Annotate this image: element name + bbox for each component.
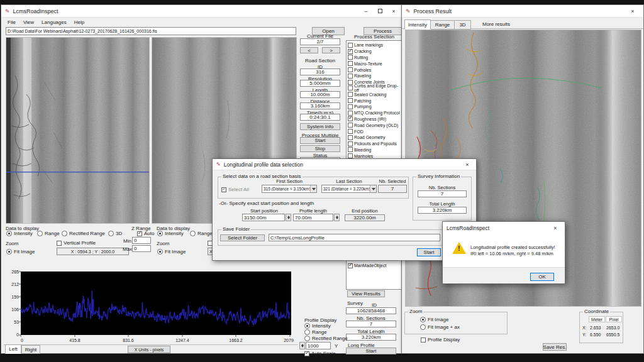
menu-view[interactable]: View (19, 19, 38, 26)
checkbox (421, 337, 426, 343)
close-button[interactable]: × (387, 6, 401, 16)
display-left-intensity[interactable]: Intensity (6, 231, 33, 236)
dialog-start-button[interactable]: Start (417, 248, 441, 256)
checkbox (348, 49, 353, 54)
menu-languages[interactable]: Languages (38, 19, 70, 26)
start-position-spinner[interactable] (286, 214, 291, 221)
process-item[interactable]: Rutting (347, 55, 402, 61)
menu-help[interactable]: Help (70, 19, 88, 26)
profile-spinner[interactable] (299, 342, 305, 349)
minimize-button[interactable]: – (359, 6, 373, 16)
view-results-button[interactable]: View Results (347, 290, 385, 297)
process-multiple-start-button[interactable]: Start (300, 137, 340, 144)
tab-range[interactable]: Range (431, 20, 455, 30)
process-item[interactable]: Cracking (347, 48, 402, 55)
checkbox (137, 231, 142, 236)
display-right-intensity[interactable]: Intensity (157, 231, 184, 236)
profile-display-intensity[interactable]: Intensity (304, 323, 331, 329)
checkbox (348, 74, 353, 79)
process-item[interactable]: Lane markings (347, 42, 402, 48)
ok-button[interactable]: OK (530, 273, 554, 281)
z-min-input[interactable]: 0 (132, 237, 151, 244)
profile-length-input[interactable]: 70.00m (293, 214, 333, 221)
process-item[interactable]: Macro-Texture (347, 60, 402, 67)
display-left-range[interactable]: Range (37, 231, 60, 236)
road-image-left[interactable] (6, 37, 150, 224)
process-item[interactable]: Road Geometry (OLD) (347, 122, 402, 128)
select-all-checkbox[interactable]: Select All (221, 187, 249, 192)
result-fit-image-ax[interactable]: Fit Image + ax (420, 324, 460, 330)
time-value: 0:24:30.1 (300, 114, 340, 121)
checkbox (348, 123, 353, 128)
process-item[interactable]: Bleeding (347, 147, 402, 153)
save-path-input[interactable]: C:\Temp\LcmsLongProfile (269, 234, 440, 241)
profile-length-spinner[interactable] (334, 214, 340, 221)
display-left-rectified[interactable]: Rectified Range (62, 231, 105, 236)
tab-3d[interactable]: 3D (455, 20, 471, 30)
tab-left[interactable]: Left (5, 344, 21, 354)
process-item[interactable]: Curbs and Edge Drop-off (347, 85, 402, 92)
result-profile-display-checkbox[interactable]: Profile Display (421, 337, 460, 343)
svg-text:0: 0 (21, 338, 23, 343)
main-window-title: LcmsRoadInspect (13, 8, 58, 14)
checkbox (348, 98, 353, 103)
save-results-button[interactable]: Save Res. (543, 343, 567, 351)
process-result-title: Process Result (414, 8, 452, 14)
close-button[interactable]: × (462, 160, 472, 169)
process-item[interactable]: Roughness (IRI) (347, 116, 402, 123)
auto-scale-checkbox[interactable]: Auto Scale (304, 351, 336, 356)
nb-sections-value: 7 (346, 321, 396, 327)
long-profile-start-button[interactable]: Start (346, 348, 396, 354)
process-multiple-stop-button[interactable]: Stop (300, 145, 340, 152)
dialog-title: Longitudinal profile data selection (224, 162, 303, 168)
process-item[interactable]: Potholes (347, 67, 402, 73)
radio (304, 323, 310, 329)
tab-intensity[interactable]: Intensity (404, 19, 431, 30)
process-item[interactable]: FOD (347, 128, 402, 134)
prev-file-button[interactable]: < (300, 47, 318, 53)
process-item[interactable]: Patching (347, 97, 402, 104)
plot-area (21, 272, 291, 335)
maximize-button[interactable] (373, 6, 387, 16)
profile-display-rectified[interactable]: Rectified Range (304, 336, 348, 341)
close-button[interactable]: × (550, 223, 561, 233)
warning-icon (452, 242, 466, 254)
checkbox (348, 92, 353, 97)
first-section-combo[interactable]: 315 (Distance = 3.150km) (262, 185, 317, 193)
x-units-button[interactable]: X Units - pixels (128, 346, 170, 353)
coordinate-col-meter: Meter (589, 316, 605, 322)
process-item[interactable]: Raveling (347, 73, 402, 79)
start-position-input[interactable]: 3150.00m (242, 214, 285, 221)
profile-value-input[interactable]: 1000 (306, 342, 331, 349)
display-left-3d[interactable]: 3D (108, 231, 122, 236)
fit-image-left[interactable]: Fit Image (6, 249, 35, 255)
checkbox (348, 135, 353, 140)
select-folder-button[interactable]: Select Folder (220, 234, 265, 241)
process-item[interactable]: Pickouts and Popouts (347, 141, 402, 147)
svg-text:159: 159 (11, 295, 19, 299)
process-item-manmade[interactable]: ManMadeObject (347, 263, 402, 269)
svg-text:415.8: 415.8 (69, 338, 80, 343)
or-specify-label: -Or- Specify exact start position and le… (219, 200, 314, 206)
file-path-input[interactable]: D:\Road Data\For Webinars\Asphalt\12-027… (6, 27, 296, 35)
z-range-auto[interactable]: Auto (137, 231, 154, 236)
process-item[interactable]: MTQ Cracking Protocol (347, 110, 402, 116)
profile-display-range[interactable]: Range (304, 329, 327, 335)
tab-right[interactable]: Right (21, 345, 40, 354)
menu-file[interactable]: File (4, 19, 19, 26)
z-max-input[interactable]: 0 (132, 245, 151, 252)
display-right-range[interactable]: Range (190, 231, 213, 236)
vertical-profile-left[interactable]: Vertical Profile (57, 240, 96, 246)
process-item[interactable]: Pumping (347, 104, 402, 110)
fit-image-right[interactable]: Fit Image (157, 249, 186, 255)
checkbox (348, 67, 353, 72)
more-results-menu[interactable]: More results (482, 21, 510, 27)
last-section-combo[interactable]: 321 (Distance = 3.220km) (321, 185, 377, 193)
radio (420, 324, 426, 330)
next-file-button[interactable]: > (322, 47, 340, 53)
result-fit-image[interactable]: Fit Image (420, 317, 448, 322)
system-info-button[interactable]: System Info (300, 123, 340, 130)
process-item[interactable]: Road Geometry (347, 134, 402, 141)
message-box: LcmsRoadInspect × Longitudinal profile c… (442, 221, 565, 284)
close-button[interactable]: × (626, 6, 640, 16)
